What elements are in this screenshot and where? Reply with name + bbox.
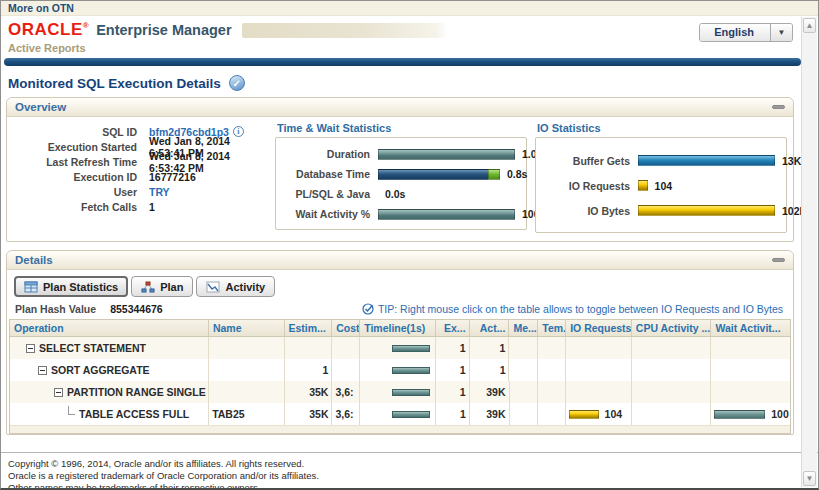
product-name: Enterprise Manager bbox=[96, 22, 231, 38]
wait-activity-cell-bar bbox=[714, 410, 765, 419]
other-names-line: Other names may be trademarks of their r… bbox=[8, 482, 818, 490]
io-requests-cell-bar bbox=[569, 410, 598, 419]
database-time-bar bbox=[378, 169, 488, 180]
oracle-logo: ORACLE® bbox=[8, 20, 89, 40]
table-row-sort-aggregate[interactable]: SORT AGGREGATE 1 1 1 bbox=[10, 359, 790, 381]
field-fetch-calls: Fetch Calls 1 bbox=[9, 199, 267, 214]
wait-activity-bar bbox=[378, 209, 515, 220]
details-tabs: Plan Statistics Plan Activity bbox=[7, 270, 793, 302]
io-requests-cell-value: 104 bbox=[605, 408, 623, 420]
tree-connector bbox=[68, 406, 75, 415]
footer: Copyright © 1996, 2014, Oracle and/or it… bbox=[1, 452, 818, 490]
plan-hash-label: Plan Hash Value bbox=[15, 303, 96, 315]
col-cost[interactable]: Cost bbox=[332, 320, 360, 336]
stat-value: 13K bbox=[782, 155, 801, 167]
field-value: 16777216 bbox=[149, 171, 196, 183]
timeline-bar bbox=[392, 345, 430, 352]
table-filler-row bbox=[10, 425, 790, 434]
col-cpu-activity[interactable]: CPU Activity ... bbox=[632, 320, 712, 336]
overview-panel-header: Overview bbox=[7, 98, 793, 117]
field-label: Execution ID bbox=[9, 171, 137, 183]
trademark-line: Oracle is a registered trademark of Orac… bbox=[8, 470, 818, 482]
tab-plan[interactable]: Plan bbox=[131, 276, 193, 297]
copyright-line: Copyright © 1996, 2014, Oracle and/or it… bbox=[8, 458, 818, 470]
col-io-requests[interactable]: IO Requests bbox=[566, 320, 632, 336]
tip-area: TIP: Right mouse click on the table allo… bbox=[362, 303, 783, 315]
page-title: Monitored SQL Execution Details bbox=[8, 76, 221, 91]
overview-minimize-button[interactable] bbox=[772, 105, 785, 109]
tab-label: Plan Statistics bbox=[43, 281, 118, 293]
stat-wait-activity: Wait Activity % 100 bbox=[278, 204, 520, 224]
database-time-green-segment bbox=[488, 169, 500, 180]
details-title: Details bbox=[15, 254, 53, 266]
col-estimated[interactable]: Estim... bbox=[285, 320, 333, 336]
stat-plsql-java: PL/SQL & Java 0.0s bbox=[278, 184, 520, 204]
stat-label: Database Time bbox=[278, 168, 370, 180]
col-memory[interactable]: Me... bbox=[509, 320, 538, 336]
stat-value: 104 bbox=[655, 180, 673, 192]
stat-duration: Duration 1.0s bbox=[278, 144, 520, 164]
stat-label: IO Requests bbox=[538, 180, 630, 192]
stat-label: PL/SQL & Java bbox=[278, 188, 370, 200]
timeline-bar bbox=[392, 389, 430, 396]
user-link[interactable]: TRY bbox=[149, 186, 170, 198]
wait-activity-cell-value: 100 bbox=[771, 408, 789, 420]
overview-title: Overview bbox=[15, 101, 66, 113]
timeline-bar bbox=[392, 367, 430, 374]
io-box: Buffer Gets 13K IO Requests 104 IO Bytes… bbox=[535, 137, 787, 233]
plan-hash-row: Plan Hash Value 855344676 TIP: Right mou… bbox=[7, 302, 793, 319]
operation-label: SELECT STATEMENT bbox=[39, 342, 146, 354]
title-row: Monitored SQL Execution Details ✓ bbox=[1, 66, 818, 97]
plan-hash-value: 855344676 bbox=[110, 303, 163, 315]
io-title: IO Statistics bbox=[537, 122, 787, 134]
col-operation[interactable]: Operation bbox=[10, 320, 209, 336]
collapse-icon[interactable] bbox=[54, 388, 63, 397]
scroll-up-button[interactable]: ▲ bbox=[803, 18, 816, 33]
table-row-table-access-full[interactable]: TABLE ACCESS FULL TAB25 35K 3,6: 1 39K 1… bbox=[10, 403, 790, 425]
time-wait-box: Duration 1.0s Database Time 0.8s PL/SQL … bbox=[275, 137, 527, 230]
grid-icon bbox=[24, 281, 38, 293]
field-label: SQL ID bbox=[9, 126, 137, 138]
collapse-icon[interactable] bbox=[38, 366, 47, 375]
details-minimize-button[interactable] bbox=[772, 258, 785, 262]
col-executions[interactable]: Ex... bbox=[436, 320, 470, 336]
col-wait-activity[interactable]: Wait Activit... bbox=[711, 320, 790, 336]
col-name[interactable]: Name bbox=[209, 320, 285, 336]
vertical-scrollbar[interactable]: ▲ ▼ bbox=[801, 17, 817, 487]
table-row-partition-range-single[interactable]: PARTITION RANGE SINGLE 35K 3,6: 1 39K bbox=[10, 381, 790, 403]
tab-plan-statistics[interactable]: Plan Statistics bbox=[14, 276, 128, 297]
field-value: 1 bbox=[149, 201, 155, 213]
time-wait-statistics: Time & Wait Statistics Duration 1.0s Dat… bbox=[275, 122, 527, 233]
tip-check-icon bbox=[362, 303, 374, 315]
time-wait-title: Time & Wait Statistics bbox=[277, 122, 527, 134]
tree-icon bbox=[141, 281, 155, 293]
buffer-gets-bar bbox=[638, 155, 775, 166]
scroll-down-button[interactable]: ▼ bbox=[803, 471, 816, 486]
chevron-down-icon[interactable]: ▼ bbox=[770, 24, 792, 41]
collapse-icon[interactable] bbox=[26, 344, 35, 353]
io-bytes-bar bbox=[638, 205, 775, 216]
overview-panel: Overview SQL ID bfm2d76cbd1p3i Execution… bbox=[6, 97, 794, 242]
tab-activity[interactable]: Activity bbox=[196, 276, 275, 297]
stat-value: 0.0s bbox=[385, 188, 405, 200]
details-panel-header: Details bbox=[7, 251, 793, 270]
field-label: Last Refresh Time bbox=[9, 156, 137, 168]
col-temp[interactable]: Tem... bbox=[538, 320, 566, 336]
duration-bar bbox=[378, 149, 515, 160]
col-timeline[interactable]: Timeline(1s) bbox=[360, 320, 436, 336]
redacted-text bbox=[242, 23, 447, 38]
active-reports-label: Active Reports bbox=[1, 40, 818, 57]
stat-label: IO Bytes bbox=[538, 205, 630, 217]
table-row-select-statement[interactable]: SELECT STATEMENT 1 1 bbox=[10, 337, 790, 359]
more-on-otn-link[interactable]: More on OTN bbox=[8, 2, 74, 14]
field-label: User bbox=[9, 186, 137, 198]
stat-buffer-gets: Buffer Gets 13K bbox=[538, 148, 780, 173]
stat-value: 0.8s bbox=[507, 168, 527, 180]
language-selector[interactable]: English ▼ bbox=[699, 23, 793, 42]
stat-label: Wait Activity % bbox=[278, 208, 370, 220]
overview-fields: SQL ID bfm2d76cbd1p3i Execution Started … bbox=[9, 122, 267, 233]
timeline-bar bbox=[392, 411, 430, 418]
overview-body: SQL ID bfm2d76cbd1p3i Execution Started … bbox=[7, 117, 793, 241]
field-label: Fetch Calls bbox=[9, 201, 137, 213]
col-actual[interactable]: Act... bbox=[470, 320, 510, 336]
